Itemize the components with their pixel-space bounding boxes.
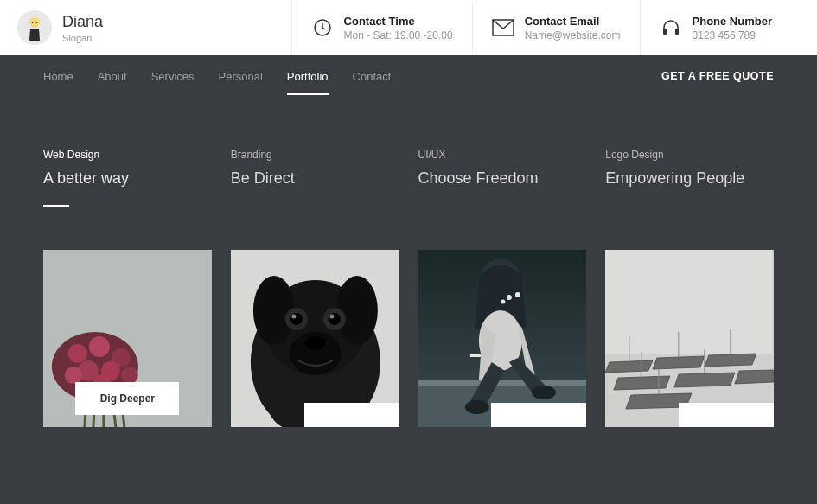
brand[interactable]: Diana Slogan: [17, 10, 291, 45]
svg-point-1: [32, 22, 34, 23]
svg-point-41: [514, 292, 520, 297]
brand-text: Diana Slogan: [62, 13, 103, 43]
nav-personal[interactable]: Personal: [219, 58, 263, 95]
category-uiux[interactable]: UI/UX Choose Freedom: [418, 149, 587, 207]
contact-phone: Phone Number 0123 456 789: [640, 2, 791, 54]
portfolio-section: Web Design A better way Branding Be Dire…: [0, 97, 817, 504]
card-tag: [491, 403, 586, 427]
brand-name: Diana: [62, 13, 103, 31]
category-label: Web Design: [43, 149, 212, 161]
category-label: UI/UX: [418, 149, 587, 161]
svg-point-38: [531, 386, 555, 399]
svg-point-15: [121, 367, 138, 384]
category-underline: [43, 205, 69, 207]
nav-about[interactable]: About: [98, 58, 127, 95]
contact-email-value: Name@website.com: [525, 29, 621, 41]
nav-portfolio[interactable]: Portfolio: [287, 58, 329, 95]
card-image-dog: [231, 250, 399, 427]
category-label: Branding: [231, 149, 399, 161]
svg-point-40: [506, 295, 511, 300]
contact-time-label: Contact Time: [344, 15, 453, 28]
svg-point-21: [253, 276, 295, 345]
svg-point-37: [464, 400, 488, 414]
svg-rect-6: [675, 29, 679, 35]
brand-slogan: Slogan: [62, 33, 103, 43]
card-image-person: [418, 250, 587, 427]
svg-point-16: [65, 367, 82, 384]
contact-email: Contact Email Name@website.com: [472, 2, 640, 54]
svg-point-24: [290, 313, 303, 325]
mail-icon: [492, 16, 514, 39]
category-title: A better way: [43, 169, 212, 188]
category-title: Choose Freedom: [418, 169, 587, 188]
svg-point-42: [501, 300, 505, 304]
category-row: Web Design A better way Branding Be Dire…: [43, 149, 774, 207]
contact-email-label: Contact Email: [525, 15, 621, 28]
svg-point-25: [291, 315, 296, 319]
svg-rect-39: [469, 354, 480, 357]
main-nav: Home About Services Personal Portfolio C…: [0, 55, 817, 97]
avatar: [17, 10, 52, 45]
contact-phone-value: 0123 456 789: [693, 29, 772, 41]
nav-contact[interactable]: Contact: [353, 58, 392, 95]
clock-icon: [311, 16, 334, 39]
category-title: Empowering People: [605, 169, 774, 188]
category-title: Be Direct: [231, 169, 399, 188]
category-logo-design[interactable]: Logo Design Empowering People: [605, 149, 774, 207]
top-header: Diana Slogan Contact Time Mon - Sat: 19.…: [0, 0, 817, 55]
nav-home[interactable]: Home: [43, 58, 73, 95]
nav-links: Home About Services Personal Portfolio C…: [43, 58, 391, 95]
card-tag: [304, 403, 399, 427]
svg-point-2: [36, 22, 38, 23]
svg-rect-34: [418, 380, 587, 386]
svg-point-27: [329, 313, 341, 325]
svg-point-28: [329, 315, 334, 319]
category-branding[interactable]: Branding Be Direct: [231, 149, 399, 207]
card-image-boats: [605, 250, 774, 427]
contact-time-value: Mon - Sat: 19.00 -20.00: [344, 29, 453, 41]
headphones-icon: [660, 16, 682, 39]
card-tag: Dig Deeper: [75, 382, 179, 415]
svg-rect-5: [663, 29, 667, 35]
portfolio-card[interactable]: [231, 250, 399, 427]
portfolio-cards: Dig Deeper: [43, 250, 774, 427]
portfolio-card[interactable]: [418, 250, 587, 427]
category-web-design[interactable]: Web Design A better way: [43, 149, 212, 207]
get-quote-button[interactable]: GET A FREE QUOTE: [661, 70, 774, 82]
svg-point-22: [336, 276, 378, 345]
contact-phone-label: Phone Number: [693, 15, 772, 28]
portfolio-card[interactable]: [605, 250, 774, 427]
svg-point-11: [89, 336, 110, 357]
portfolio-card[interactable]: Dig Deeper: [43, 250, 212, 427]
svg-point-10: [68, 344, 87, 363]
contact-time: Contact Time Mon - Sat: 19.00 -20.00: [291, 2, 472, 54]
nav-services[interactable]: Services: [151, 58, 195, 95]
card-tag: [679, 403, 774, 427]
svg-point-30: [305, 336, 326, 350]
category-label: Logo Design: [605, 149, 774, 161]
